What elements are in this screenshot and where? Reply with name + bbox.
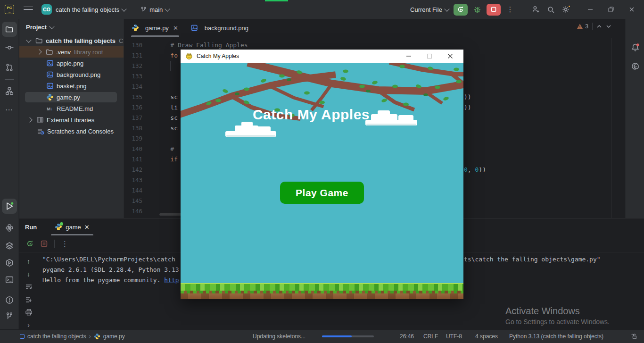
warning-count: 3 <box>585 23 588 30</box>
tree-item-scratches-and-consoles[interactable]: Scratches and Consoles <box>19 125 124 137</box>
close-window-button[interactable] <box>622 0 641 19</box>
tree-item-basket-png[interactable]: basket.png <box>19 80 124 92</box>
status-bar: catch the falling objects › game.py Upda… <box>0 329 644 343</box>
pygame-window[interactable]: Catch My Apples <box>181 50 463 299</box>
tree-item--venv[interactable]: .venvlibrary root <box>19 46 124 58</box>
tree-item-catch-the-falling-objects[interactable]: catch the falling objectsC: <box>19 35 124 46</box>
chevron-right-icon[interactable] <box>36 49 41 54</box>
play-game-button[interactable]: Play Game <box>280 182 364 204</box>
close-tab-icon[interactable]: ✕ <box>173 25 178 32</box>
commit-tool-button[interactable] <box>2 40 17 55</box>
structure-tool-button[interactable] <box>2 84 17 99</box>
project-badge[interactable]: CO <box>41 4 52 15</box>
console-link[interactable]: http <box>164 276 179 284</box>
terminal-tool-button[interactable] <box>2 272 17 287</box>
scroll-to-end-button[interactable] <box>24 295 34 304</box>
encoding-widget[interactable]: UTF-8 <box>446 330 462 343</box>
chevron-down-icon[interactable] <box>26 37 31 42</box>
line-number: 133 <box>124 71 156 82</box>
chevron-right-icon[interactable] <box>27 117 32 122</box>
code-with-me-button[interactable] <box>529 3 542 16</box>
run-button[interactable] <box>454 4 468 16</box>
close-tab-icon[interactable]: ✕ <box>84 224 90 231</box>
code-fragment-right: 0, 0)) <box>464 165 486 175</box>
services-tool-button[interactable] <box>2 238 17 253</box>
ai-assistant-button[interactable] <box>627 59 643 74</box>
more-tools-button[interactable]: ⋯ <box>2 102 17 117</box>
image-icon <box>46 82 54 90</box>
left-tool-rail: ⋯ <box>0 19 19 329</box>
pygame-close-button[interactable] <box>440 50 461 63</box>
problems-tool-button[interactable] <box>2 293 17 308</box>
next-problem-button[interactable] <box>606 24 611 29</box>
printer-icon <box>25 309 33 316</box>
pygame-minimize-button[interactable] <box>398 50 419 63</box>
unlocked-padlock-icon <box>631 333 637 340</box>
background-task-progress <box>322 335 374 337</box>
prev-problem-button[interactable] <box>596 24 602 29</box>
version-control-tool-button[interactable] <box>2 309 17 324</box>
project-tool-button[interactable] <box>2 22 17 37</box>
kebab-icon[interactable]: ⋮ <box>61 240 68 248</box>
indent-widget[interactable]: 4 spaces <box>475 330 498 343</box>
editor-tab-background-png[interactable]: background.png <box>184 19 254 37</box>
minimize-icon <box>587 6 594 13</box>
soft-wrap-button[interactable] <box>24 283 34 291</box>
tree-item-apple-png[interactable]: apple.png <box>19 58 124 69</box>
expand-gutter-button[interactable]: › <box>24 321 34 329</box>
run-panel-title: Run <box>25 224 37 231</box>
services-run-tool-button[interactable] <box>2 255 17 270</box>
vcs-branch-widget[interactable]: main <box>140 6 171 13</box>
kebab-icon: ⋮ <box>507 5 514 14</box>
project-name[interactable]: catch the falling objects <box>56 6 119 13</box>
pull-requests-tool-button[interactable] <box>2 60 17 75</box>
cloud-left <box>225 120 276 138</box>
more-actions-button[interactable]: ⋮ <box>504 3 517 16</box>
image-icon <box>46 71 54 79</box>
print-button[interactable] <box>24 308 34 317</box>
settings-button[interactable] <box>559 3 572 16</box>
down-stacktrace-button[interactable]: ↓ <box>24 270 34 278</box>
stop-process-button[interactable] <box>41 240 48 247</box>
tree-item-external-libraries[interactable]: External Libraries <box>19 114 124 125</box>
tree-item-background-png[interactable]: background.png <box>19 69 124 80</box>
tree-item-readme-md[interactable]: M↓README.md <box>19 103 124 114</box>
run-tab-game[interactable]: game ✕ <box>51 218 93 235</box>
folder-icon <box>5 25 14 33</box>
pygame-maximize-button[interactable] <box>419 50 440 63</box>
add-user-icon <box>531 5 540 14</box>
tree-item-annotation: C: <box>119 37 124 44</box>
code-line-130[interactable]: 130 # Draw Falling Apples <box>124 40 625 50</box>
tree-item-game-py[interactable]: game.py <box>19 92 124 103</box>
run-tool-button[interactable] <box>2 199 17 214</box>
chevron-down-icon <box>165 6 170 11</box>
pygame-canvas[interactable]: Catch My Apples Play Game <box>181 63 463 299</box>
notifications-button[interactable] <box>627 40 643 55</box>
pygame-titlebar[interactable]: Catch My Apples <box>181 50 463 63</box>
tree-item-label: README.md <box>57 105 93 112</box>
interpreter-widget[interactable]: Python 3.13 (catch the falling objects) <box>509 330 603 343</box>
inspections-widget[interactable]: 3 <box>577 23 611 30</box>
minimize-window-button[interactable] <box>581 0 600 19</box>
chevron-down-icon <box>121 6 126 11</box>
main-menu-icon[interactable] <box>24 7 33 13</box>
library-icon <box>36 116 44 124</box>
settings-notification-dot <box>568 5 571 8</box>
git-branch-icon <box>140 6 147 13</box>
line-separator-widget[interactable]: CRLF <box>423 330 438 343</box>
rerun-button[interactable] <box>26 240 34 248</box>
readonly-toggle[interactable] <box>631 330 637 343</box>
run-configuration-select[interactable]: Current File <box>410 6 451 13</box>
status-breadcrumb[interactable]: catch the falling objects › game.py <box>20 330 125 343</box>
project-panel-header[interactable]: Project <box>19 19 124 35</box>
search-everywhere-button[interactable] <box>544 3 557 16</box>
line-number: 142 <box>124 165 156 175</box>
debug-button[interactable] <box>471 3 484 16</box>
restore-window-button[interactable] <box>602 0 620 19</box>
divider <box>592 23 593 30</box>
editor-tab-game-py[interactable]: game.py✕ <box>124 19 184 37</box>
python-packages-tool-button[interactable] <box>2 220 17 235</box>
caret-position-widget[interactable]: 26:46 <box>400 330 414 343</box>
up-stacktrace-button[interactable]: ↑ <box>24 257 34 266</box>
stop-button[interactable] <box>487 4 501 16</box>
